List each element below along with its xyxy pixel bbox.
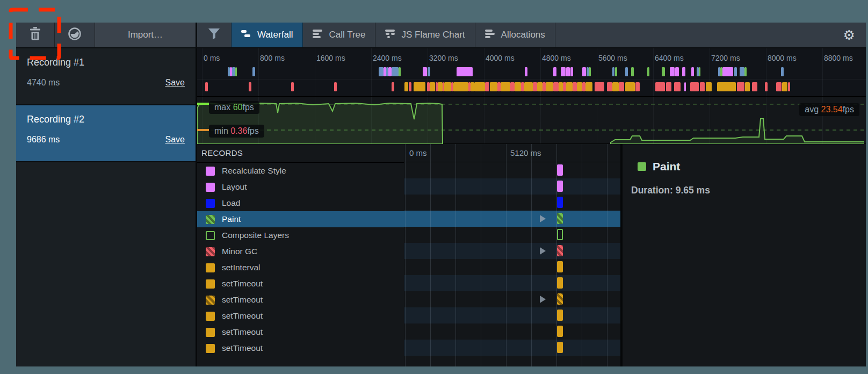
record-label: setTimeout	[222, 327, 263, 337]
timeline-marker	[414, 82, 425, 91]
timeline-marker	[744, 67, 747, 76]
record-row-minor-gc[interactable]: Minor GC	[197, 243, 404, 260]
filter-button[interactable]	[197, 23, 232, 47]
record-color-swatch	[206, 231, 215, 240]
performance-toolbar: Import… Waterfall	[16, 23, 866, 48]
recording-item-2[interactable]: Recording #2 9686 ms Save	[16, 105, 196, 162]
tab-call-tree[interactable]: Call Tree	[303, 23, 375, 47]
waterfall-row[interactable]	[404, 291, 620, 307]
waterfall-bar[interactable]	[557, 261, 563, 272]
waterfall-bar[interactable]	[557, 277, 563, 289]
record-color-swatch	[206, 215, 215, 224]
timeline-marker	[585, 82, 592, 91]
waterfall-row[interactable]	[404, 323, 620, 340]
waterfall-row[interactable]	[404, 259, 620, 275]
timeline-marker	[781, 67, 784, 76]
record-row-recalculate-style[interactable]: Recalculate Style	[197, 163, 404, 179]
timeline-marker	[566, 67, 570, 76]
timeline-marker	[404, 82, 408, 91]
record-label: Paint	[222, 214, 241, 224]
waterfall-bar[interactable]	[557, 164, 563, 176]
timeline-marker	[533, 82, 537, 91]
timeline-marker	[740, 67, 744, 76]
screenshot-stage: Import… Waterfall	[0, 0, 868, 374]
recording-item-1[interactable]: Recording #1 4740 ms Save	[16, 48, 196, 105]
ruler-tick: 1600 ms	[316, 54, 345, 62]
waterfall-row[interactable]	[404, 307, 620, 323]
timeline-marker	[457, 67, 473, 76]
waterfall-row[interactable]	[404, 275, 620, 291]
record-row-settimeout[interactable]: setTimeout	[197, 292, 404, 308]
waterfall-bar[interactable]	[557, 213, 563, 224]
start-recording-button[interactable]	[55, 23, 95, 47]
timeline-marker	[670, 67, 675, 76]
waterfall-bar[interactable]	[557, 293, 563, 305]
timeline-marker	[577, 82, 582, 91]
record-row-load[interactable]: Load	[197, 195, 404, 211]
framerate-graph[interactable]: max 60fps min 0.36fps avg 23.54fps	[197, 97, 866, 144]
gear-icon: ⚙	[843, 27, 855, 43]
waterfall-bar[interactable]	[557, 245, 563, 256]
record-row-paint[interactable]: Paint	[197, 211, 404, 227]
waterfall-bar[interactable]	[557, 310, 563, 321]
timeline-marker	[474, 82, 485, 91]
recording-save-link[interactable]: Save	[165, 78, 185, 88]
timeline-marker	[647, 67, 649, 76]
waterfall-row[interactable]	[404, 227, 620, 243]
timeline-marker	[788, 82, 790, 91]
timeline-marker	[662, 67, 665, 76]
overview-markers-row-bottom	[197, 79, 866, 94]
timeline-marker	[737, 82, 744, 91]
record-row-setinterval[interactable]: setInterval	[197, 260, 404, 276]
waterfall-row[interactable]	[404, 162, 620, 178]
record-row-layout[interactable]: Layout	[197, 179, 404, 195]
record-row-settimeout[interactable]: setTimeout	[197, 324, 404, 340]
waterfall-row[interactable]	[404, 340, 620, 356]
waterfall-row[interactable]	[404, 211, 620, 227]
timeline-marker	[559, 82, 563, 91]
expand-arrow-icon[interactable]	[540, 215, 546, 222]
tab-waterfall[interactable]: Waterfall	[232, 23, 303, 47]
record-label: setTimeout	[222, 279, 263, 289]
record-row-composite-layers[interactable]: Composite Layers	[197, 227, 404, 243]
settings-button[interactable]: ⚙	[833, 23, 866, 47]
record-color-swatch	[206, 344, 215, 353]
ruler-tick: 3200 ms	[429, 54, 458, 62]
timeline-overview[interactable]: 0 ms800 ms1600 ms2400 ms3200 ms4000 ms48…	[197, 48, 866, 97]
waterfall-graph-pane[interactable]: 0 ms 5120 ms	[404, 144, 620, 366]
tab-js-flame-chart[interactable]: JS Flame Chart	[375, 23, 475, 47]
waterfall-filler	[404, 356, 620, 366]
timeline-marker	[510, 82, 515, 91]
record-color-swatch	[206, 183, 215, 192]
timeline-marker	[409, 82, 411, 91]
timeline-marker	[334, 82, 337, 91]
timeline-marker	[235, 67, 237, 76]
record-row-settimeout[interactable]: setTimeout	[197, 340, 404, 356]
waterfall-row[interactable]	[404, 243, 620, 259]
waterfall-row[interactable]	[404, 195, 620, 211]
records-header: RECORDS	[197, 144, 404, 163]
waterfall-bar[interactable]	[557, 229, 563, 240]
waterfall-bar[interactable]	[557, 181, 563, 192]
timeline-marker	[444, 82, 451, 91]
timeline-marker	[691, 67, 694, 76]
waterfall-row[interactable]	[404, 178, 620, 195]
waterfall-bar[interactable]	[557, 197, 563, 208]
record-color-swatch	[206, 312, 215, 321]
expand-arrow-icon[interactable]	[540, 247, 546, 255]
import-button[interactable]: Import…	[95, 23, 196, 47]
waterfall-bar[interactable]	[557, 326, 563, 337]
recording-save-link[interactable]: Save	[165, 135, 185, 145]
clear-recordings-button[interactable]	[16, 23, 54, 47]
waterfall-bar[interactable]	[557, 342, 563, 353]
fps-avg-label: avg 23.54fps	[799, 103, 859, 116]
waterfall-view: RECORDS Recalculate StyleLayoutLoadPaint…	[197, 144, 866, 366]
timeline-marker	[625, 82, 635, 91]
tab-allocations[interactable]: Allocations	[475, 23, 555, 47]
record-row-settimeout[interactable]: setTimeout	[197, 308, 404, 324]
record-row-settimeout[interactable]: setTimeout	[197, 276, 404, 292]
timeline-marker	[573, 82, 577, 91]
expand-arrow-icon[interactable]	[540, 296, 546, 303]
timeline-marker	[752, 82, 757, 91]
timeline-marker	[392, 67, 399, 76]
